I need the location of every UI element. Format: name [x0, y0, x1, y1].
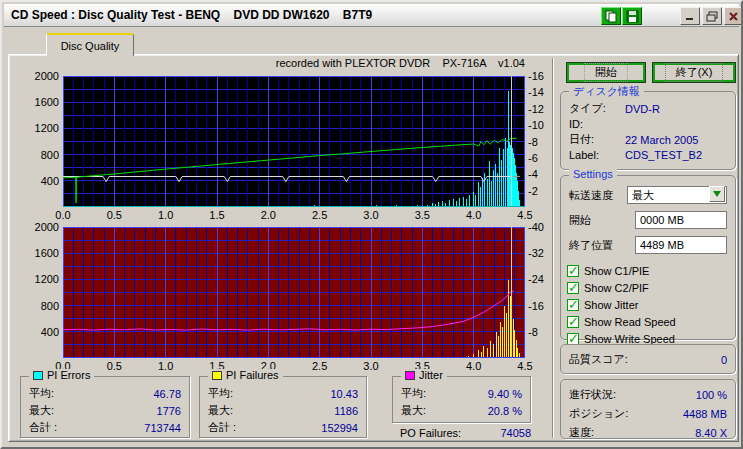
po-failures-label: PO Failures:: [400, 427, 461, 439]
label-label: Label:: [569, 149, 625, 161]
start-position-label: 開始: [569, 213, 591, 228]
total-label: 合計 :: [208, 420, 236, 435]
avg-value: 10.43: [330, 388, 358, 400]
axis-tick-label: 1600: [25, 96, 59, 109]
copy-to-clipboard-button[interactable]: [601, 7, 621, 25]
jitter-legend: Jitter: [401, 369, 447, 381]
disc-info-group: ディスク情報 タイプ:DVD-R ID: 日付:22 March 2005 La…: [560, 91, 736, 170]
checkbox-show-jitter[interactable]: Show Jitter: [567, 296, 729, 313]
total-value: 152994: [321, 422, 358, 434]
start-position-field[interactable]: 0000 MB: [635, 211, 727, 229]
main-panel: recorded with PLEXTOR DVDR PX-716A v1.04…: [8, 54, 739, 442]
max-label: 最大:: [29, 403, 54, 418]
checked-checkbox-icon: [567, 316, 579, 328]
pi-errors-stats-box: PI Errors 平均:46.78 最大:1776 合計 :713744: [20, 376, 190, 438]
copy-icon: [605, 10, 617, 23]
axis-tick-label: 2.5: [305, 360, 335, 373]
pi-errors-legend: PI Errors: [29, 369, 94, 381]
dropdown-button[interactable]: [709, 186, 725, 202]
max-value: 1186: [334, 405, 358, 417]
label-value: CDS_TEST_B2: [625, 149, 727, 161]
transfer-speed-select[interactable]: 最大: [627, 186, 727, 204]
close-icon: [728, 11, 739, 22]
transfer-speed-label: 転送速度: [569, 188, 613, 203]
jitter-stats-box: Jitter 平均:9.40 % 最大:20.8 %: [392, 376, 531, 423]
minimize-button[interactable]: [680, 7, 700, 25]
po-failures-row: PO Failures: 74058: [400, 427, 531, 439]
axis-tick-label: 1.0: [151, 209, 181, 222]
id-label: ID:: [569, 118, 625, 130]
avg-value: 46.78: [153, 388, 181, 400]
avg-label: 平均:: [401, 386, 426, 401]
axis-tick-label: 3.0: [356, 360, 386, 373]
maximize-button[interactable]: [702, 7, 722, 25]
settings-group: Settings 転送速度 最大 開始 0000 MB 終了位置 4489 MB…: [560, 175, 736, 340]
checked-checkbox-icon: [567, 265, 579, 277]
axis-tick-label: 4.0: [459, 209, 489, 222]
axis-tick-label: 1600: [25, 247, 59, 260]
quality-score-value: 0: [721, 354, 727, 366]
disc-info-title: ディスク情報: [569, 84, 644, 99]
type-value: DVD-R: [625, 103, 727, 115]
axis-tick-label: 1.5: [202, 209, 232, 222]
avg-label: 平均:: [29, 386, 54, 401]
window-title: CD Speed : Disc Quality Test - BENQ DVD …: [4, 8, 372, 22]
axis-tick-label: 3.0: [356, 209, 386, 222]
date-value: 22 March 2005: [625, 134, 727, 146]
axis-tick-label: 1.0: [151, 360, 181, 373]
quality-score-label: 品質スコア:: [569, 352, 628, 367]
checked-checkbox-icon: [567, 299, 579, 311]
checkbox-show-read-speed[interactable]: Show Read Speed: [567, 313, 729, 330]
po-failures-value: 74058: [500, 427, 531, 439]
max-label: 最大:: [208, 403, 233, 418]
exit-button[interactable]: 終了(X): [652, 62, 736, 83]
recorder-note: recorded with PLEXTOR DVDR PX-716A v1.04: [63, 57, 525, 69]
axis-tick-label: 1200: [25, 122, 59, 135]
position-value: 4488 MB: [683, 408, 727, 420]
checkbox-show-c1-pie[interactable]: Show C1/PIE: [567, 262, 729, 279]
axis-tick-label: 4.5: [510, 360, 540, 373]
axis-tick-label: 0.5: [99, 209, 129, 222]
axis-tick-label: 4.0: [459, 360, 489, 373]
pi-errors-chart: 200016001200800400-16-14-12-10-8-6-4-20.…: [63, 76, 525, 207]
save-icon: [626, 10, 639, 23]
checked-checkbox-icon: [567, 282, 579, 294]
tab-disc-quality[interactable]: Disc Quality: [46, 33, 134, 56]
axis-tick-label: 0.5: [99, 360, 129, 373]
end-position-label: 終了位置: [569, 238, 613, 253]
date-label: 日付:: [569, 132, 625, 147]
start-button[interactable]: 開始: [566, 62, 646, 83]
position-label: ポジション:: [569, 406, 628, 421]
max-label: 最大:: [401, 403, 426, 418]
total-value: 713744: [144, 422, 181, 434]
close-button[interactable]: [724, 7, 742, 25]
app-window: CD Speed : Disc Quality Test - BENQ DVD …: [0, 0, 743, 449]
axis-tick-label: 1200: [25, 273, 59, 286]
settings-title: Settings: [569, 168, 617, 180]
checkbox-show-c2-pif[interactable]: Show C2/PIF: [567, 279, 729, 296]
axis-tick-label: 2000: [25, 70, 59, 83]
axis-tick-label: 400: [25, 175, 59, 188]
progress-label: 進行状況:: [569, 387, 616, 402]
quality-score-group: 品質スコア: 0: [560, 344, 736, 374]
axis-tick-label: 2.0: [253, 209, 283, 222]
axis-tick-label: 2.5: [305, 209, 335, 222]
max-value: 1776: [157, 405, 181, 417]
tab-label: Disc Quality: [61, 40, 120, 52]
pi-failures-stats-box: PI Failures 平均:10.43 最大:1186 合計 :152994: [199, 376, 367, 438]
checked-checkbox-icon: [567, 333, 579, 345]
progress-group: 進行状況:100 % ポジション:4488 MB 速度:8.40 X: [560, 379, 736, 439]
pi-failures-swatch: [212, 371, 222, 380]
end-position-field[interactable]: 4489 MB: [635, 236, 727, 254]
save-button[interactable]: [622, 7, 642, 25]
progress-value: 100 %: [696, 389, 727, 401]
axis-tick-label: 2000: [25, 221, 59, 234]
pi-errors-swatch: [33, 371, 43, 380]
axis-tick-label: 800: [25, 300, 59, 313]
axis-tick-label: 800: [25, 149, 59, 162]
maximize-icon: [706, 11, 718, 22]
avg-label: 平均:: [208, 386, 233, 401]
type-label: タイプ:: [569, 101, 625, 116]
total-label: 合計 :: [29, 420, 57, 435]
panel-divider: [552, 58, 554, 438]
